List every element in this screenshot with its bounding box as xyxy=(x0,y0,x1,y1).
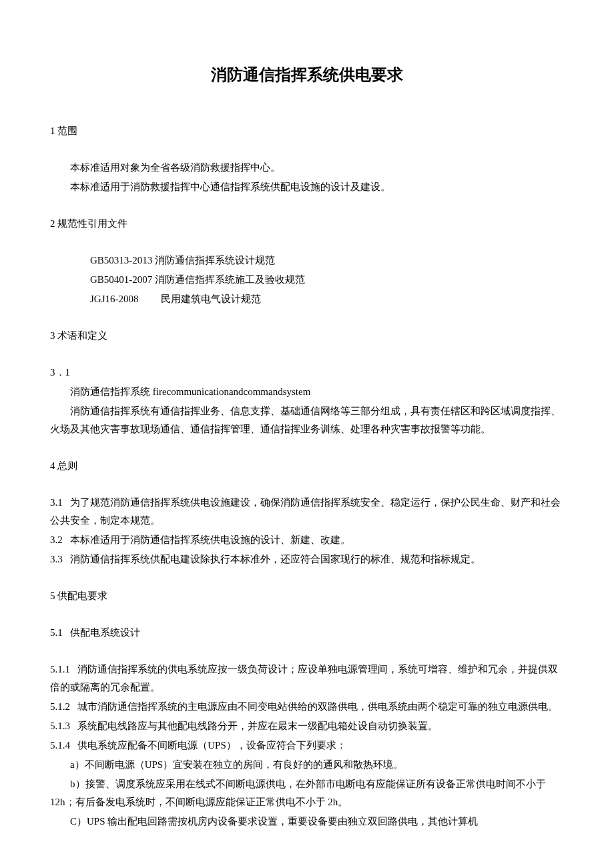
s3-def-text: 消防通信指挥系统有通信指挥业务、信息支撑、基础通信网络等三部分组成，具有责任辖区… xyxy=(50,406,561,434)
section-2-heading: 2 规范性引用文件 xyxy=(50,215,564,233)
s5-p2: 5.1.2 城市消防通信指挥系统的主电源应由不同变电站供给的双路供电，供电系统由… xyxy=(50,698,564,716)
s2-ref3: JGJ16-2008 民用建筑电气设计规范 xyxy=(50,290,564,308)
s1-p1: 本标准适用对象为全省各级消防救援指挥中心。 xyxy=(50,159,564,177)
s5-p4: 5.1.4 供电系统应配备不间断电源（UPS），设备应符合下列要求： xyxy=(50,737,564,755)
s5-p4c: C）UPS 输出配电回路需按机房内设备要求设置，重要设备要由独立双回路供电，其他… xyxy=(50,813,564,831)
s2-ref1: GB50313-2013 消防通信指挥系统设计规范 xyxy=(50,252,564,270)
section-5-heading: 5 供配电要求 xyxy=(50,587,564,605)
s5-p4b: b）接警、调度系统应采用在线式不间断电源供电，在外部市电断电有应能保证所有设备正… xyxy=(50,775,564,811)
s4-p2: 3.2 本标准适用于消防通信指挥系统供电设施的设计、新建、改建。 xyxy=(50,531,564,549)
section-1-heading: 1 范围 xyxy=(50,122,564,140)
s2-ref2: GB50401-2007 消防通信指挥系统施工及验收规范 xyxy=(50,271,564,289)
s3-term: 消防通信指挥系统 firecommunicationandcommandsyst… xyxy=(50,383,564,401)
s4-p1: 3.1 为了规范消防通信指挥系统供电设施建设，确保消防通信指挥系统安全、稳定运行… xyxy=(50,494,564,530)
section-4-heading: 4 总则 xyxy=(50,457,564,475)
s5-p4a: a）不间断电源（UPS）宜安装在独立的房间，有良好的的通风和散热环境。 xyxy=(50,756,564,774)
section-5-1-heading: 5.1 供配电系统设计 xyxy=(50,624,564,642)
s3-num: 3．1 xyxy=(50,364,564,382)
section-3-heading: 3 术语和定义 xyxy=(50,327,564,345)
s5-p3: 5.1.3 系统配电线路应与其他配电线路分开，并应在最末一级配电箱处设自动切换装… xyxy=(50,717,564,735)
s1-p2: 本标准适用于消防救援指挥中心通信指挥系统供配电设施的设计及建设。 xyxy=(50,178,564,196)
s4-p3: 3.3 消防通信指挥系统供配电建设除执行本标准外，还应符合国家现行的标准、规范和… xyxy=(50,550,564,568)
document-title: 消防通信指挥系统供电要求 xyxy=(50,60,564,89)
s5-p4b-text: b）接警、调度系统应采用在线式不间断电源供电，在外部市电断电有应能保证所有设备正… xyxy=(50,779,546,807)
s3-def: 消防通信指挥系统有通信指挥业务、信息支撑、基础通信网络等三部分组成，具有责任辖区… xyxy=(50,402,564,438)
s5-p1: 5.1.1 消防通信指挥系统的供电系统应按一级负荷设计；应设单独电源管理间，系统… xyxy=(50,661,564,697)
